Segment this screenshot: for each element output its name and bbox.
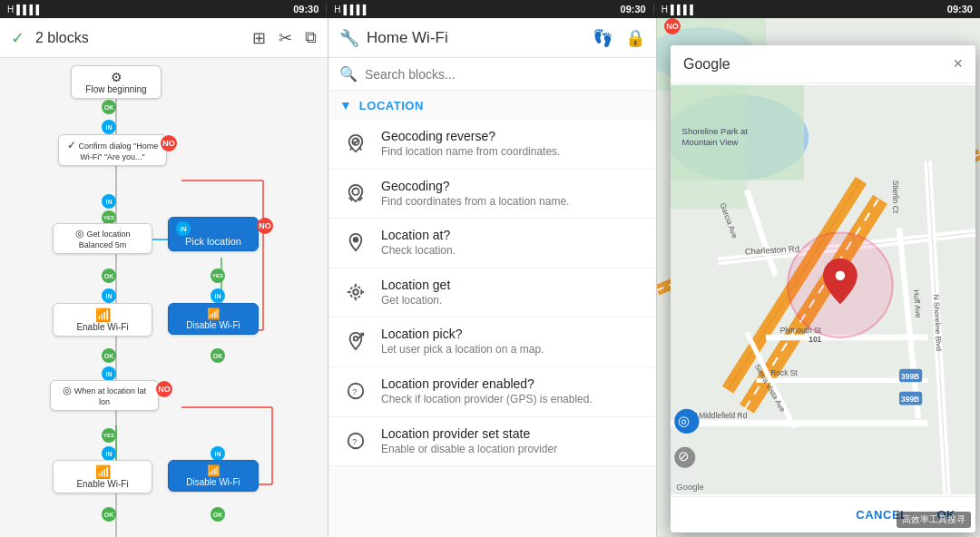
footprint-icon: 👣 [593,28,612,48]
google-dialog: Google × [671,45,975,532]
flow-connections [0,58,328,537]
copy-button[interactable]: ⧉ [305,28,317,48]
node-label-getloc: Get location Balanced 5m [79,229,131,249]
location-provider-state-icon: ? [343,428,368,454]
flow-node-disablewifi2[interactable]: 📶 Disable Wi-Fi [168,460,259,492]
badge-no-pick: NO [257,218,273,234]
svg-text:⊘: ⊘ [678,450,690,464]
block-info-location-get: Location get Get location. [381,278,450,308]
block-desc-location-provider-enabled: Check if location provider (GPS) is enab… [381,393,593,407]
flow-node-confirm[interactable]: ✓ Confirm dialog "Home Wi-Fi" "Are you..… [58,134,167,166]
connector-in-disablewifi2: IN [211,446,225,461]
node-label-pickloc: Pick location [185,236,241,247]
node-label-enablewifi1: Enable Wi-Fi [76,322,128,332]
search-icon: 🔍 [339,65,358,83]
lock-icon: 🔒 [625,28,645,48]
time-1: 09:30 [293,4,318,15]
flow-node-whenloc[interactable]: ◎ When at location lat lon [50,380,159,411]
flow-canvas: ⚙ Flow beginning OK IN ✓ Confirm dialog … [0,58,328,537]
flow-node-disablewifi1[interactable]: 📶 Disable Wi-Fi [168,303,259,335]
cut-button[interactable]: ✂ [279,28,292,48]
connector-in-getloc: IN [102,194,116,209]
dialog-map-area[interactable]: Charleston Rd Garcia Ave Stierlin Ct Huf… [671,83,975,496]
block-list: Geocoding reverse? Find location name fr… [328,120,656,537]
flow-node-start[interactable]: ⚙ Flow beginning [71,65,162,99]
block-name-location-get: Location get [381,278,450,292]
svg-text:Stierlin Ct: Stierlin Ct [891,181,900,214]
flow-title: 2 blocks [35,30,241,46]
signal-bars-1: ▌▌▌▌ [16,5,42,15]
tools-icon: 🔧 [339,28,359,48]
block-item-location-at[interactable]: Location at? Check location. [328,219,656,268]
connector-ok-disable2: OK [211,507,225,522]
check-icon: ✓ [11,28,24,48]
badge-no-confirm: NO [161,135,177,151]
block-info-location-provider-enabled: Location provider enabled? Check if loca… [381,376,593,407]
node-label-whenloc: When at location lat lon [74,386,146,406]
connector-ok-start: OK [102,100,116,114]
svg-point-16 [350,286,362,298]
main-content: ✓ 2 blocks ⊞ ✂ ⧉ [0,18,980,537]
block-item-geocoding[interactable]: Geocoding? Find coordinates from a locat… [328,170,656,220]
svg-point-21 [354,337,358,341]
dialog-close-button[interactable]: × [953,54,963,73]
node-label-disablewifi1: Disable Wi-Fi [186,320,240,330]
status-section-2: H ▌▌▌▌ 09:30 [327,4,653,15]
block-desc-location-provider-state: Enable or disable a location provider [381,443,557,457]
dialog-title-bar: Google × [671,45,975,83]
blocks-header: 🔧 Home Wi-Fi 👣 🔒 [328,18,656,58]
flow-node-enablewifi2[interactable]: 📶 Enable Wi-Fi [53,460,152,493]
connector-ok-enable2: OK [102,507,116,522]
h-icon-2: H [334,5,340,15]
time-2: 09:30 [621,4,646,15]
block-info-location-provider-state: Location provider set state Enable or di… [381,426,557,457]
svg-point-13 [352,188,358,194]
connector-ok-getloc: OK [102,268,116,283]
search-input[interactable] [365,67,645,82]
signal-bars-2: ▌▌▌▌ [344,5,369,15]
geocoding-icon [343,181,368,206]
block-item-location-provider-state[interactable]: ? Location provider set state Enable or … [328,417,656,467]
node-label-confirm: Confirm dialog "Home Wi-Fi" "Are you..." [79,142,159,161]
block-name-location-provider-state: Location provider set state [381,426,557,441]
flow-node-enablewifi1[interactable]: 📶 Enable Wi-Fi [53,303,152,337]
connector-yes-whenloc: YES [102,428,116,443]
svg-text:Rock St: Rock St [770,368,798,377]
connector-ok-disable1: OK [211,348,225,363]
grid-view-button[interactable]: ⊞ [252,28,266,48]
block-info-location-at: Location at? Check location. [381,228,456,259]
block-item-location-get[interactable]: Location get Get location. [328,268,656,318]
location-provider-enabled-icon: ? [343,378,368,404]
node-label-disablewifi2: Disable Wi-Fi [186,477,240,487]
block-name-location-provider-enabled: Location provider enabled? [381,376,593,391]
connector-in-whenloc: IN [102,366,116,381]
svg-text:?: ? [352,387,357,396]
connector-in-enablewifi2: IN [102,446,116,461]
chevron-down-icon: ▼ [339,98,352,112]
svg-text:101: 101 [808,335,821,344]
block-item-geocoding-reverse[interactable]: Geocoding reverse? Find location name fr… [328,120,656,170]
flow-node-getloc[interactable]: ◎ Get location Balanced 5m [53,223,152,254]
location-get-icon [343,279,368,305]
svg-text:Google: Google [676,482,703,492]
block-item-location-pick[interactable]: Location pick? Let user pick a location … [328,317,656,367]
svg-point-14 [354,238,358,242]
status-bar: H ▌▌▌▌ 09:30 H ▌▌▌▌ 09:30 H ▌▌▌▌ 09:30 [0,0,980,18]
svg-rect-35 [671,85,747,210]
block-info-geocoding-reverse: Geocoding reverse? Find location name fr… [381,129,560,160]
block-desc-location-at: Check location. [381,244,456,259]
block-info-location-pick: Location pick? Let user pick a location … [381,327,544,357]
watermark: 高效率工具搜寻 [897,512,971,528]
block-item-location-provider-enabled[interactable]: ? Location provider enabled? Check if lo… [328,367,656,417]
geocoding-reverse-icon [343,131,368,156]
dialog-map-svg: Charleston Rd Garcia Ave Stierlin Ct Huf… [671,83,975,496]
node-label-enablewifi2: Enable Wi-Fi [76,479,128,489]
dialog-title-text: Google [683,56,953,73]
h-icon-1: H [7,5,14,15]
svg-text:◎: ◎ [678,414,690,428]
block-desc-location-get: Get location. [381,294,450,308]
category-header-location[interactable]: ▼ LOCATION [328,91,656,120]
block-desc-geocoding-reverse: Find location name from coordinates. [381,145,560,160]
flow-node-pickloc[interactable]: IN Pick location [168,217,259,251]
time-3: 09:30 [947,4,973,15]
